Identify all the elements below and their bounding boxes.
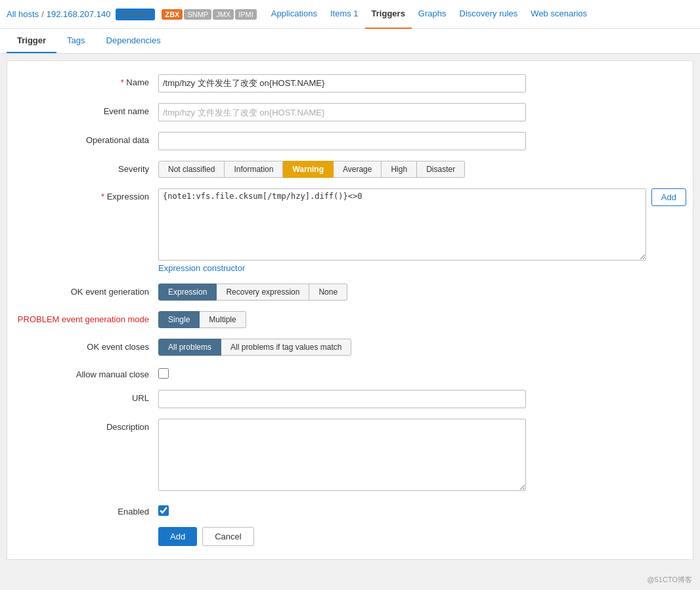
url-row: URL	[14, 390, 686, 408]
nav-graphs[interactable]: Graphs	[412, 0, 453, 29]
submit-button[interactable]: Add	[158, 527, 197, 546]
enabled-row: Enabled	[14, 503, 686, 516]
ok-closes-all[interactable]: All problems	[158, 339, 221, 356]
expression-add-button[interactable]: Add	[651, 188, 686, 206]
nav-items[interactable]: Items 1	[324, 0, 365, 29]
url-label: URL	[14, 390, 158, 403]
ok-event-field: Expression Recovery expression None	[158, 284, 686, 301]
enabled-label: Enabled	[14, 503, 158, 516]
event-name-label: Event name	[14, 103, 158, 116]
breadcrumb: All hosts / 192.168.207.140 Enabled	[7, 9, 155, 20]
event-name-field	[158, 103, 686, 121]
nav-applications[interactable]: Applications	[265, 0, 324, 29]
name-row: * Name	[14, 74, 686, 93]
status-badge: Enabled	[116, 9, 155, 20]
ok-event-row: OK event generation Expression Recovery …	[14, 284, 686, 301]
description-label: Description	[14, 419, 158, 432]
severity-row: Severity Not classified Information Warn…	[14, 161, 686, 178]
description-textarea[interactable]	[158, 419, 526, 491]
problem-event-field: Single Multiple	[158, 311, 686, 328]
ok-closes-buttons: All problems All problems if tag values …	[158, 339, 686, 356]
sev-information[interactable]: Information	[225, 161, 283, 178]
name-input[interactable]	[158, 74, 526, 93]
allow-manual-label: Allow manual close	[14, 366, 158, 379]
event-name-input[interactable]	[158, 103, 526, 121]
expression-textarea[interactable]: {note1:vfs.file.cksum[/tmp/hzy].diff()}<…	[158, 188, 646, 261]
problem-event-multiple[interactable]: Multiple	[200, 311, 246, 328]
name-label: * Name	[14, 74, 158, 87]
expression-field: {note1:vfs.file.cksum[/tmp/hzy].diff()}<…	[158, 188, 686, 273]
breadcrumb-separator: /	[41, 9, 44, 19]
form-actions: Add Cancel	[14, 527, 686, 546]
expression-required-star: *	[101, 192, 107, 201]
tab-dependencies[interactable]: Dependencies	[96, 29, 171, 53]
tab-trigger[interactable]: Trigger	[7, 29, 56, 53]
nav-discovery-rules[interactable]: Discovery rules	[453, 0, 525, 29]
allow-manual-field	[158, 366, 686, 379]
ok-event-recovery[interactable]: Recovery expression	[217, 284, 309, 301]
sev-disaster[interactable]: Disaster	[417, 161, 465, 178]
operational-data-row: Operational data	[14, 132, 686, 150]
expression-row: * Expression {note1:vfs.file.cksum[/tmp/…	[14, 188, 686, 273]
protocol-badges: ZBX SNMP JMX IPMI	[162, 9, 256, 20]
nav-triggers[interactable]: Triggers	[365, 0, 412, 29]
ok-closes-label: OK event closes	[14, 339, 158, 352]
severity-label: Severity	[14, 161, 158, 174]
top-navigation: All hosts / 192.168.207.140 Enabled ZBX …	[0, 0, 700, 29]
ok-closes-field: All problems All problems if tag values …	[158, 339, 686, 356]
name-required-star: *	[121, 77, 127, 87]
operational-data-label: Operational data	[14, 132, 158, 145]
tab-bar: Trigger Tags Dependencies	[0, 29, 700, 54]
problem-event-row: PROBLEM event generation mode Single Mul…	[14, 311, 686, 328]
ipmi-badge: IPMI	[235, 9, 257, 20]
url-input[interactable]	[158, 390, 526, 408]
expression-wrapper: {note1:vfs.file.cksum[/tmp/hzy].diff()}<…	[158, 188, 686, 261]
all-hosts-link[interactable]: All hosts	[7, 9, 39, 19]
jmx-badge: JMX	[213, 9, 234, 20]
allow-manual-row: Allow manual close	[14, 366, 686, 379]
ok-closes-tag[interactable]: All problems if tag values match	[221, 339, 351, 356]
ok-event-none[interactable]: None	[309, 284, 347, 301]
url-field	[158, 390, 686, 408]
ok-closes-row: OK event closes All problems All problem…	[14, 339, 686, 356]
ok-event-label: OK event generation	[14, 284, 158, 297]
operational-data-field	[158, 132, 686, 150]
problem-event-buttons: Single Multiple	[158, 311, 686, 328]
host-ip-link[interactable]: 192.168.207.140	[47, 9, 111, 19]
zbx-badge: ZBX	[162, 9, 183, 20]
sev-average[interactable]: Average	[334, 161, 382, 178]
description-field	[158, 419, 686, 493]
severity-buttons: Not classified Information Warning Avera…	[158, 161, 686, 178]
description-row: Description	[14, 419, 686, 493]
trigger-form: * Name Event name Operational data Sever…	[7, 60, 693, 560]
sev-warning[interactable]: Warning	[283, 161, 334, 178]
top-nav-links: Applications Items 1 Triggers Graphs Dis…	[265, 0, 594, 29]
allow-manual-checkbox[interactable]	[158, 368, 169, 379]
name-field	[158, 74, 686, 93]
nav-web-scenarios[interactable]: Web scenarios	[524, 0, 594, 29]
enabled-field	[158, 503, 686, 516]
problem-event-single[interactable]: Single	[158, 311, 200, 328]
enabled-checkbox[interactable]	[158, 505, 169, 516]
cancel-button[interactable]: Cancel	[202, 527, 253, 546]
ok-event-buttons: Expression Recovery expression None	[158, 284, 686, 301]
snmp-badge: SNMP	[184, 9, 211, 20]
event-name-row: Event name	[14, 103, 686, 121]
expression-label: * Expression	[14, 188, 158, 201]
severity-field: Not classified Information Warning Avera…	[158, 161, 686, 178]
tab-tags[interactable]: Tags	[56, 29, 95, 53]
expression-constructor-link[interactable]: Expression constructor	[158, 263, 245, 273]
ok-event-expression[interactable]: Expression	[158, 284, 217, 301]
sev-high[interactable]: High	[382, 161, 417, 178]
problem-event-label: PROBLEM event generation mode	[14, 311, 158, 324]
sev-not-classified[interactable]: Not classified	[158, 161, 225, 178]
operational-data-input[interactable]	[158, 132, 526, 150]
